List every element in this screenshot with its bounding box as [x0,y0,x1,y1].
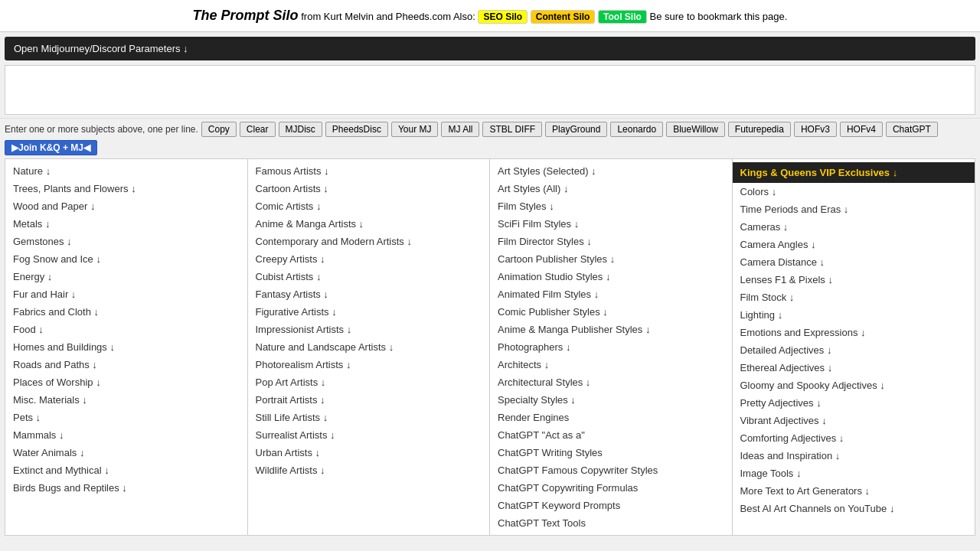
list-item[interactable]: Pop Art Artists ↓ [248,373,490,391]
list-item[interactable]: Ethereal Adjectives ↓ [733,359,975,377]
content-silo-badge[interactable]: Content Silo [531,10,596,24]
list-item[interactable]: ChatGPT Copywriting Formulas [490,479,732,497]
list-item[interactable]: Best AI Art Channels on YouTube ↓ [733,500,975,517]
list-item[interactable]: Fur and Hair ↓ [5,285,247,303]
toolbar-instruction: Enter one or more subjects above, one pe… [5,124,198,135]
join-kq-button[interactable]: ▶Join K&Q + MJ◀ [5,140,97,155]
list-item[interactable]: Pets ↓ [5,409,247,426]
list-item[interactable]: Energy ↓ [5,268,247,285]
list-item[interactable]: Cartoon Publisher Styles ↓ [490,250,732,268]
list-item[interactable]: Wildlife Artists ↓ [248,461,490,479]
list-item[interactable]: Render Engines [490,409,732,426]
list-item[interactable]: Detailed Adjectives ↓ [733,341,975,359]
list-item[interactable]: Famous Artists ↓ [248,162,490,180]
list-item[interactable]: Urban Artists ↓ [248,444,490,461]
list-item[interactable]: Wood and Paper ↓ [5,197,247,215]
list-item[interactable]: Specialty Styles ↓ [490,391,732,409]
textarea-container [5,65,975,115]
list-item[interactable]: Fog Snow and Ice ↓ [5,250,247,268]
list-item[interactable]: Cameras ↓ [733,218,975,236]
list-item[interactable]: Impressionist Artists ↓ [248,321,490,338]
list-item[interactable]: Photorealism Artists ↓ [248,356,490,373]
list-item[interactable]: Colors ↓ [733,183,975,201]
hofv3-button[interactable]: HOFv3 [794,122,837,137]
tool-silo-badge[interactable]: Tool Silo [598,10,647,24]
copy-button[interactable]: Copy [201,122,237,137]
list-item[interactable]: ChatGPT "Act as a" [490,426,732,444]
list-item[interactable]: ChatGPT Keyword Prompts [490,497,732,514]
list-item[interactable]: Lighting ↓ [733,306,975,324]
list-item[interactable]: ChatGPT Famous Copywriter Styles [490,461,732,479]
list-item[interactable]: Homes and Buildings ↓ [5,338,247,356]
list-item[interactable]: Comforting Adjectives ↓ [733,429,975,447]
list-item[interactable]: Photographers ↓ [490,338,732,356]
clear-button[interactable]: Clear [240,122,276,137]
list-item[interactable]: Comic Publisher Styles ↓ [490,303,732,321]
list-item[interactable]: Still Life Artists ↓ [248,409,490,426]
list-item[interactable]: Emotions and Expressions ↓ [733,324,975,341]
list-item[interactable]: Vibrant Adjectives ↓ [733,412,975,429]
list-item[interactable]: Anime & Manga Publisher Styles ↓ [490,321,732,338]
list-item[interactable]: Image Tools ↓ [733,465,975,482]
list-item[interactable]: Pretty Adjectives ↓ [733,394,975,412]
chatgpt-button[interactable]: ChatGPT [886,122,938,137]
list-item[interactable]: Contemporary and Modern Artists ↓ [248,233,490,250]
list-item[interactable]: Nature ↓ [5,162,247,180]
list-item[interactable]: Portrait Artists ↓ [248,391,490,409]
futurepedia-button[interactable]: Futurepedia [728,122,791,137]
list-item[interactable]: Camera Distance ↓ [733,253,975,271]
list-item[interactable]: Film Stock ↓ [733,289,975,306]
stbldiff-button[interactable]: STBL DIFF [482,122,542,137]
seo-silo-badge[interactable]: SEO Silo [478,10,528,24]
list-item[interactable]: Ideas and Inspiration ↓ [733,447,975,465]
list-item[interactable]: Art Styles (Selected) ↓ [490,162,732,180]
list-item[interactable]: Art Styles (All) ↓ [490,180,732,197]
list-item[interactable]: SciFi Film Styles ↓ [490,215,732,233]
list-item[interactable]: Anime & Manga Artists ↓ [248,215,490,233]
list-item[interactable]: Fantasy Artists ↓ [248,285,490,303]
yourmj-button[interactable]: Your MJ [391,122,439,137]
list-item[interactable]: Gemstones ↓ [5,233,247,250]
list-item[interactable]: ChatGPT Text Tools [490,514,732,532]
mjdisc-button[interactable]: MJDisc [279,122,322,137]
list-item[interactable]: Nature and Landscape Artists ↓ [248,338,490,356]
params-bar[interactable]: Open Midjourney/Discord Parameters ↓ [5,37,975,60]
list-item[interactable]: Film Director Styles ↓ [490,233,732,250]
list-item[interactable]: Figurative Artists ↓ [248,303,490,321]
list-item[interactable]: ChatGPT Writing Styles [490,444,732,461]
list-item[interactable]: Cubist Artists ↓ [248,268,490,285]
list-item[interactable]: Lenses F1 & Pixels ↓ [733,271,975,289]
list-item[interactable]: Fabrics and Cloth ↓ [5,303,247,321]
list-item[interactable]: Architects ↓ [490,356,732,373]
list-item[interactable]: Places of Worship ↓ [5,373,247,391]
list-item[interactable]: Comic Artists ↓ [248,197,490,215]
list-item[interactable]: Camera Angles ↓ [733,236,975,253]
col4-header[interactable]: Kings & Queens VIP Exclusives ↓ [733,162,975,183]
list-item[interactable]: Gloomy and Spooky Adjectives ↓ [733,377,975,394]
list-item[interactable]: Extinct and Mythical ↓ [5,461,247,479]
list-item[interactable]: Roads and Paths ↓ [5,356,247,373]
list-item[interactable]: Architectural Styles ↓ [490,373,732,391]
list-item[interactable]: Metals ↓ [5,215,247,233]
list-item[interactable]: Time Periods and Eras ↓ [733,201,975,218]
list-item[interactable]: Creepy Artists ↓ [248,250,490,268]
list-item[interactable]: Mammals ↓ [5,426,247,444]
list-item[interactable]: Film Styles ↓ [490,197,732,215]
bluewillow-button[interactable]: BlueWillow [666,122,725,137]
playground-button[interactable]: PlayGround [545,122,607,137]
leonardo-button[interactable]: Leonardo [610,122,663,137]
list-item[interactable]: Cartoon Artists ↓ [248,180,490,197]
list-item[interactable]: Misc. Materials ↓ [5,391,247,409]
list-item[interactable]: Trees, Plants and Flowers ↓ [5,180,247,197]
list-item[interactable]: Surrealist Artists ↓ [248,426,490,444]
hofv4-button[interactable]: HOFv4 [840,122,883,137]
list-item[interactable]: Water Animals ↓ [5,444,247,461]
list-item[interactable]: More Text to Art Generators ↓ [733,482,975,500]
prompt-textarea[interactable] [5,66,975,112]
mjall-button[interactable]: MJ All [441,122,479,137]
list-item[interactable]: Food ↓ [5,321,247,338]
list-item[interactable]: Birds Bugs and Reptiles ↓ [5,479,247,497]
pheedsdisc-button[interactable]: PheedsDisc [325,122,388,137]
list-item[interactable]: Animation Studio Styles ↓ [490,268,732,285]
list-item[interactable]: Animated Film Styles ↓ [490,285,732,303]
